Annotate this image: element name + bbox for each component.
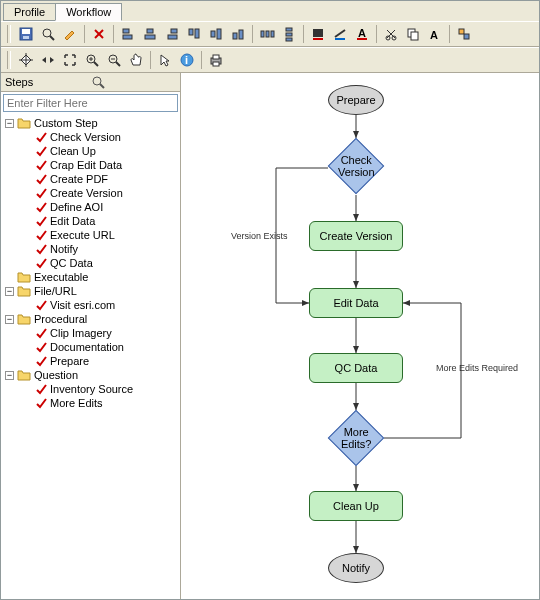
fit-width-icon[interactable]	[38, 50, 58, 70]
node-edit-data[interactable]: Edit Data	[309, 288, 403, 318]
svg-rect-23	[286, 33, 292, 36]
tree-item[interactable]: Crap Edit Data	[5, 158, 180, 172]
svg-rect-26	[313, 38, 323, 40]
tree-item[interactable]: Edit Data	[5, 214, 180, 228]
text-icon[interactable]: A	[425, 24, 445, 44]
folder-icon	[17, 313, 31, 325]
align-top-icon[interactable]	[184, 24, 204, 44]
fill-color-icon[interactable]	[308, 24, 328, 44]
separator	[449, 25, 450, 43]
tree-item[interactable]: Notify	[5, 242, 180, 256]
svg-rect-12	[168, 35, 177, 39]
folder-icon	[17, 285, 31, 297]
tree-folder[interactable]: −File/URL	[5, 284, 180, 298]
edit-icon[interactable]	[60, 24, 80, 44]
svg-rect-29	[357, 38, 367, 40]
zoom-in-icon[interactable]	[82, 50, 102, 70]
info-icon[interactable]: i	[177, 50, 197, 70]
expand-toggle[interactable]: −	[5, 371, 14, 380]
align-right-icon[interactable]	[162, 24, 182, 44]
tree-item[interactable]: Execute URL	[5, 228, 180, 242]
svg-rect-51	[213, 55, 219, 59]
cut-icon[interactable]	[381, 24, 401, 44]
node-qc-data[interactable]: QC Data	[309, 353, 403, 383]
toolbar-handle[interactable]	[7, 25, 11, 43]
expand-toggle[interactable]: −	[5, 287, 14, 296]
copy-icon[interactable]	[403, 24, 423, 44]
svg-rect-35	[411, 32, 418, 40]
expand-toggle[interactable]: −	[5, 119, 14, 128]
tree-item[interactable]: Clip Imagery	[5, 326, 180, 340]
tree-item[interactable]: Create PDF	[5, 172, 180, 186]
distribute-h-icon[interactable]	[257, 24, 277, 44]
print-icon[interactable]	[206, 50, 226, 70]
folder-icon	[17, 271, 31, 283]
svg-line-42	[94, 62, 98, 66]
tree-item-label: Documentation	[50, 341, 124, 353]
tab-workflow[interactable]: Workflow	[55, 3, 122, 21]
tree-folder[interactable]: −Procedural	[5, 312, 180, 326]
search-icon[interactable]	[91, 75, 177, 89]
node-clean-up[interactable]: Clean Up	[309, 491, 403, 521]
align-center-v-icon[interactable]	[206, 24, 226, 44]
pointer-icon[interactable]	[155, 50, 175, 70]
check-icon	[35, 215, 47, 227]
zoom-out-icon[interactable]	[104, 50, 124, 70]
expand-toggle[interactable]	[5, 273, 14, 282]
tree-item[interactable]: Prepare	[5, 354, 180, 368]
svg-text:i: i	[185, 54, 188, 66]
line-color-icon[interactable]	[330, 24, 350, 44]
align-bottom-icon[interactable]	[228, 24, 248, 44]
node-create-version[interactable]: Create Version	[309, 221, 403, 251]
fullscreen-icon[interactable]	[60, 50, 80, 70]
zoom-extent-icon[interactable]	[16, 50, 36, 70]
separator	[303, 25, 304, 43]
tab-profile[interactable]: Profile	[3, 3, 56, 21]
check-icon	[35, 299, 47, 311]
canvas[interactable]: Prepare Check Version Create Version Edi…	[181, 73, 539, 599]
tree-folder[interactable]: −Question	[5, 368, 180, 382]
tree-item[interactable]: Create Version	[5, 186, 180, 200]
distribute-v-icon[interactable]	[279, 24, 299, 44]
check-icon	[35, 159, 47, 171]
check-icon	[35, 327, 47, 339]
tree-item[interactable]: More Edits	[5, 396, 180, 410]
tree-item[interactable]: Documentation	[5, 340, 180, 354]
check-icon	[35, 397, 47, 409]
save-icon[interactable]	[16, 24, 36, 44]
pan-icon[interactable]	[126, 50, 146, 70]
toolbar-handle[interactable]	[7, 51, 11, 69]
filter-input[interactable]	[3, 94, 178, 112]
folder-label: Question	[34, 369, 78, 381]
group-icon[interactable]	[454, 24, 474, 44]
svg-text:A: A	[430, 29, 438, 41]
node-notify[interactable]: Notify	[328, 553, 384, 583]
node-prepare[interactable]: Prepare	[328, 85, 384, 115]
svg-rect-22	[286, 28, 292, 31]
align-center-h-icon[interactable]	[140, 24, 160, 44]
tree-item-label: Execute URL	[50, 229, 115, 241]
folder-icon	[17, 117, 31, 129]
tree-item[interactable]: Inventory Source	[5, 382, 180, 396]
tree-folder[interactable]: −Custom Step	[5, 116, 180, 130]
tree-item[interactable]: Check Version	[5, 130, 180, 144]
tree-item[interactable]: Visit esri.com	[5, 298, 180, 312]
search-icon[interactable]	[38, 24, 58, 44]
tree-item[interactable]: QC Data	[5, 256, 180, 270]
folder-label: Procedural	[34, 313, 87, 325]
expand-toggle[interactable]: −	[5, 315, 14, 324]
tree-folder[interactable]: Executable	[5, 270, 180, 284]
svg-rect-24	[286, 38, 292, 41]
align-left-icon[interactable]	[118, 24, 138, 44]
sidebar-header: Steps	[1, 73, 180, 92]
tree-item[interactable]: Define AOI	[5, 200, 180, 214]
tree-item[interactable]: Clean Up	[5, 144, 180, 158]
check-icon	[35, 131, 47, 143]
text-color-icon[interactable]: A	[352, 24, 372, 44]
svg-rect-14	[195, 29, 199, 38]
delete-icon[interactable]	[89, 24, 109, 44]
separator	[252, 25, 253, 43]
tree-item-label: Check Version	[50, 131, 121, 143]
separator	[376, 25, 377, 43]
tree: −Custom StepCheck VersionClean UpCrap Ed…	[1, 114, 180, 599]
